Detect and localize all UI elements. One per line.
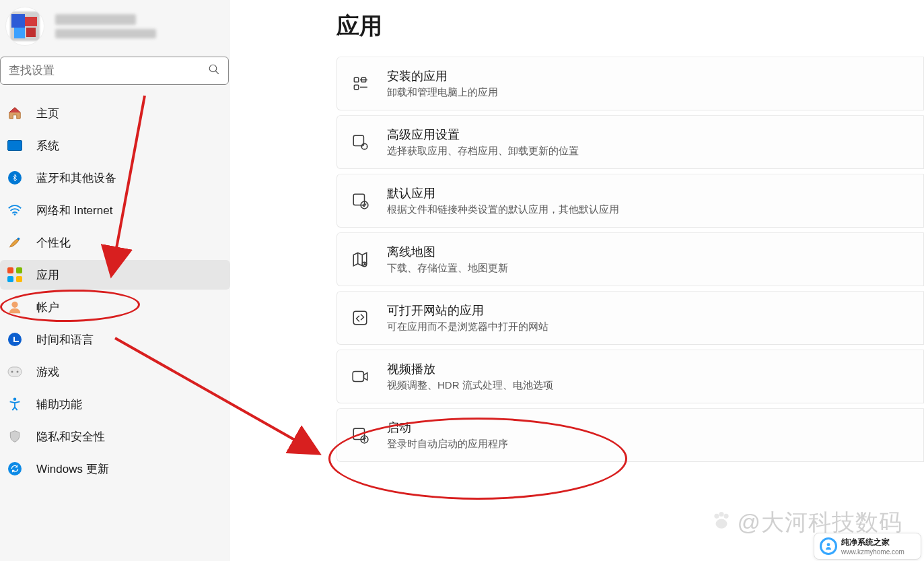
sidebar-item-label: 主页 — [36, 108, 59, 119]
svg-point-25 — [724, 514, 729, 519]
privacy-icon — [7, 428, 23, 444]
search-settings[interactable] — [0, 57, 229, 85]
sidebar-item-home[interactable]: 主页 — [0, 98, 230, 128]
card-desc: 可在应用而不是浏览器中打开的网站 — [387, 321, 548, 333]
video-playback-icon — [351, 367, 369, 386]
page-title: 应用 — [336, 11, 924, 42]
profile-name-redacted — [55, 14, 156, 38]
card-desc: 登录时自动启动的应用程序 — [387, 438, 508, 451]
sidebar-item-label: 应用 — [36, 269, 59, 281]
home-icon — [7, 105, 23, 121]
card-installed-apps[interactable]: 安装的应用 卸载和管理电脑上的应用 — [336, 57, 924, 110]
svg-rect-5 — [8, 367, 22, 376]
svg-point-26 — [716, 519, 727, 529]
sidebar-item-time-language[interactable]: 时间和语言 — [0, 325, 230, 354]
brand-logo-icon — [820, 537, 837, 555]
svg-rect-20 — [353, 371, 363, 381]
apps-icon — [7, 267, 23, 283]
avatar — [5, 7, 44, 46]
card-video-playback[interactable]: 视频播放 视频调整、HDR 流式处理、电池选项 — [336, 350, 924, 403]
time-language-icon — [7, 331, 23, 348]
installed-apps-icon — [351, 74, 369, 93]
watermark-brand-url: www.kzmyhome.com — [841, 548, 904, 556]
svg-rect-19 — [353, 311, 367, 325]
svg-point-3 — [17, 238, 20, 240]
bluetooth-icon — [7, 170, 23, 186]
watermark-brand: 纯净系统之家 www.kzmyhome.com — [814, 533, 921, 560]
svg-point-0 — [209, 65, 217, 72]
sidebar-item-label: 游戏 — [36, 366, 59, 378]
default-apps-icon — [351, 191, 369, 210]
sidebar-item-label: Windows 更新 — [36, 463, 109, 475]
svg-point-7 — [17, 371, 19, 373]
card-desc: 下载、存储位置、地图更新 — [387, 262, 508, 275]
sidebar-item-system[interactable]: 系统 — [0, 131, 230, 160]
sidebar-item-accounts[interactable]: 帐户 — [0, 292, 230, 322]
accounts-icon — [7, 299, 23, 315]
svg-point-24 — [719, 512, 724, 517]
card-desc: 选择获取应用、存档应用、卸载更新的位置 — [387, 145, 579, 158]
card-apps-for-websites[interactable]: 可打开网站的应用 可在应用而不是浏览器中打开的网站 — [336, 291, 924, 345]
settings-nav: 主页 系统 蓝牙和其他设备 网络和 Internet — [0, 93, 230, 485]
startup-icon — [351, 426, 369, 444]
card-title: 安装的应用 — [387, 68, 498, 84]
settings-card-list: 安装的应用 卸载和管理电脑上的应用 高级应用设置 选择获取应用、存档应用、卸载更… — [336, 57, 924, 462]
svg-line-1 — [215, 71, 219, 74]
card-desc: 卸载和管理电脑上的应用 — [387, 86, 498, 99]
sidebar-item-label: 蓝牙和其他设备 — [36, 172, 116, 184]
sidebar-item-accessibility[interactable]: 辅助功能 — [0, 389, 230, 419]
settings-sidebar: 主页 系统 蓝牙和其他设备 网络和 Internet — [0, 0, 230, 561]
card-title: 视频播放 — [387, 361, 553, 377]
card-offline-maps[interactable]: 离线地图 下载、存储位置、地图更新 — [336, 232, 924, 286]
svg-rect-16 — [353, 194, 364, 205]
svg-rect-21 — [353, 428, 364, 439]
sidebar-item-apps[interactable]: 应用 — [0, 260, 230, 290]
search-icon — [208, 63, 220, 78]
sidebar-item-windows-update[interactable]: Windows 更新 — [0, 454, 230, 484]
paw-icon — [710, 508, 733, 537]
gaming-icon — [7, 364, 23, 380]
sidebar-item-label: 隐私和安全性 — [36, 431, 105, 442]
personalization-icon — [7, 234, 23, 251]
accessibility-icon — [7, 396, 23, 412]
svg-point-2 — [14, 213, 16, 216]
search-input[interactable] — [9, 64, 208, 77]
card-title: 高级应用设置 — [387, 127, 579, 143]
settings-content: 应用 安装的应用 卸载和管理电脑上的应用 高级应用 — [230, 0, 924, 561]
svg-point-8 — [13, 397, 17, 401]
network-icon — [7, 202, 23, 218]
sidebar-item-privacy[interactable]: 隐私和安全性 — [0, 422, 230, 451]
sidebar-item-network[interactable]: 网络和 Internet — [0, 195, 230, 225]
sidebar-item-label: 网络和 Internet — [36, 205, 112, 216]
card-title: 启动 — [387, 420, 508, 436]
card-startup[interactable]: 启动 登录时自动启动的应用程序 — [336, 408, 924, 462]
sidebar-item-label: 系统 — [36, 140, 59, 152]
sidebar-item-label: 个性化 — [36, 237, 71, 249]
svg-point-15 — [361, 143, 367, 150]
svg-point-4 — [11, 302, 17, 308]
system-icon — [7, 137, 23, 154]
sidebar-item-label: 辅助功能 — [36, 399, 82, 410]
watermark-brand-name: 纯净系统之家 — [841, 537, 904, 548]
sidebar-item-personalization[interactable]: 个性化 — [0, 228, 230, 257]
svg-rect-9 — [354, 77, 359, 82]
card-default-apps[interactable]: 默认应用 根据文件和链接种类设置的默认应用，其他默认应用 — [336, 174, 924, 228]
user-profile[interactable] — [0, 3, 230, 57]
sidebar-item-bluetooth[interactable]: 蓝牙和其他设备 — [0, 163, 230, 193]
svg-point-6 — [11, 371, 13, 373]
sidebar-item-label: 帐户 — [36, 302, 59, 313]
apps-for-websites-icon — [351, 308, 369, 327]
card-advanced-app-settings[interactable]: 高级应用设置 选择获取应用、存档应用、卸载更新的位置 — [336, 115, 924, 169]
svg-point-23 — [715, 514, 719, 519]
card-title: 默认应用 — [387, 185, 619, 201]
windows-update-icon — [7, 461, 23, 477]
card-title: 离线地图 — [387, 244, 508, 260]
card-desc: 视频调整、HDR 流式处理、电池选项 — [387, 379, 553, 392]
svg-point-27 — [827, 543, 830, 546]
svg-rect-11 — [354, 85, 359, 90]
sidebar-item-label: 时间和语言 — [36, 334, 94, 345]
advanced-app-settings-icon — [351, 133, 369, 152]
card-title: 可打开网站的应用 — [387, 302, 548, 319]
sidebar-item-gaming[interactable]: 游戏 — [0, 357, 230, 387]
card-desc: 根据文件和链接种类设置的默认应用，其他默认应用 — [387, 203, 619, 216]
